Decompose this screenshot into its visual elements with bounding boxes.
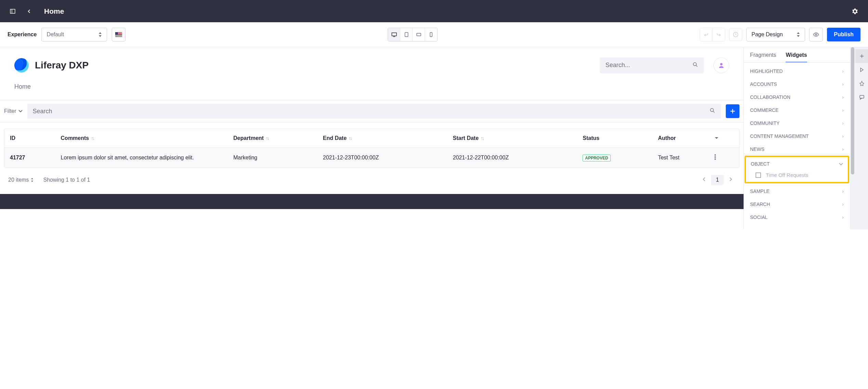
sort-icon: ↑↓ <box>481 135 483 141</box>
desktop-device-button[interactable] <box>388 28 400 41</box>
chevron-right-icon: › <box>842 215 844 220</box>
select-caret-icon <box>797 32 800 37</box>
svg-rect-6 <box>430 33 432 37</box>
category-news[interactable]: NEWS› <box>744 143 850 156</box>
site-header: Liferay DXP <box>0 47 744 83</box>
svg-point-18 <box>715 158 716 160</box>
back-icon[interactable] <box>26 8 32 14</box>
page-size-select[interactable]: 20 items <box>8 177 34 183</box>
cell-status: APPROVED <box>577 148 652 168</box>
site-search-input[interactable] <box>605 62 689 69</box>
page-title: Home <box>44 7 64 15</box>
header-enddate[interactable]: End Date↑↓ <box>317 129 447 148</box>
select-caret-icon <box>98 32 102 37</box>
search-icon[interactable] <box>692 62 698 69</box>
page-showing-info: Showing 1 to 1 of 1 <box>43 177 90 183</box>
svg-rect-0 <box>10 9 15 13</box>
search-icon[interactable] <box>709 107 716 115</box>
mobile-device-button[interactable] <box>425 28 437 41</box>
comments-panel-button[interactable] <box>855 90 868 104</box>
redo-button[interactable] <box>712 28 725 41</box>
category-highlighted[interactable]: HIGHLIGHTED› <box>744 65 850 78</box>
widget-time-off-requests[interactable]: Time Off Requests <box>746 169 848 179</box>
editor-tool-column <box>855 47 868 229</box>
chevron-right-icon: › <box>842 107 844 113</box>
category-object[interactable]: OBJECT <box>746 158 848 169</box>
add-panel-button[interactable] <box>855 49 868 63</box>
scrollbar[interactable] <box>850 47 855 229</box>
chevron-right-icon: › <box>842 68 844 74</box>
table-filter-bar: Filter <box>0 100 744 122</box>
header-department[interactable]: Department↑↓ <box>228 129 318 148</box>
header-status[interactable]: Status <box>577 129 652 148</box>
panel-toggle-icon[interactable] <box>10 8 16 14</box>
publish-button[interactable]: Publish <box>827 28 860 41</box>
category-commerce[interactable]: COMMERCE› <box>744 104 850 117</box>
site-footer <box>0 194 744 209</box>
history-clock-button[interactable] <box>729 28 742 41</box>
tab-fragments[interactable]: Fragments <box>750 52 776 62</box>
table-search-input[interactable] <box>33 108 709 115</box>
tab-widgets[interactable]: Widgets <box>786 52 807 63</box>
category-search[interactable]: SEARCH› <box>744 198 850 211</box>
experience-label: Experience <box>8 31 37 38</box>
add-entry-button[interactable] <box>726 104 739 118</box>
language-flag-button[interactable] <box>112 28 125 41</box>
breadcrumb-item[interactable]: Home <box>14 83 31 90</box>
category-social[interactable]: SOCIAL› <box>744 211 850 224</box>
cell-startdate: 2021-12-22T00:00:00Z <box>447 148 577 168</box>
tablet-device-button[interactable] <box>400 28 413 41</box>
current-page[interactable]: 1 <box>711 175 724 185</box>
row-kebab-menu[interactable] <box>714 155 716 161</box>
category-object-highlighted: OBJECT Time Off Requests <box>745 156 849 183</box>
svg-rect-4 <box>405 33 408 37</box>
top-header: Home <box>0 0 868 22</box>
category-collaboration[interactable]: COLLABORATION› <box>744 91 850 104</box>
category-community[interactable]: COMMUNITY› <box>744 117 850 130</box>
page-editor-toolbar: Experience Default <box>0 22 868 47</box>
gear-icon[interactable] <box>851 8 858 15</box>
header-author[interactable]: Author <box>653 129 709 148</box>
undo-button[interactable] <box>700 28 712 41</box>
category-content-management[interactable]: CONTENT MANAGEMENT› <box>744 130 850 143</box>
table-row: 41727 Lorem ipsum dolor sit amet, consec… <box>4 148 739 168</box>
preview-button[interactable] <box>809 28 823 41</box>
sort-icon: ↑↓ <box>91 135 94 141</box>
landscape-tablet-button[interactable] <box>413 28 425 41</box>
scrollbar-thumb[interactable] <box>851 47 854 174</box>
design-options-button[interactable] <box>855 77 868 90</box>
svg-point-16 <box>715 154 716 156</box>
header-id[interactable]: ID <box>4 129 55 148</box>
cell-department: Marketing <box>228 148 318 168</box>
browser-panel-button[interactable] <box>855 63 868 77</box>
chevron-right-icon: › <box>842 94 844 100</box>
page-content: Liferay DXP <box>0 47 744 229</box>
caret-down-icon <box>714 135 719 141</box>
liferay-logo-icon <box>14 58 29 73</box>
cell-comments: Lorem ipsum dolor sit amet, consectetur … <box>55 148 228 168</box>
cell-id: 41727 <box>4 148 55 168</box>
svg-rect-2 <box>392 33 397 36</box>
svg-line-13 <box>713 111 715 113</box>
filter-dropdown[interactable]: Filter <box>4 107 23 116</box>
experience-select[interactable]: Default <box>41 28 107 41</box>
cell-enddate: 2021-12-23T00:00:00Z <box>317 148 447 168</box>
next-page-button[interactable] <box>726 174 735 186</box>
chevron-down-icon <box>839 161 843 167</box>
user-avatar[interactable] <box>713 57 729 73</box>
chevron-right-icon: › <box>842 146 844 152</box>
header-actions <box>709 129 739 148</box>
svg-point-8 <box>815 34 817 36</box>
svg-rect-21 <box>860 95 864 98</box>
status-badge: APPROVED <box>583 155 610 161</box>
category-accounts[interactable]: ACCOUNTS› <box>744 78 850 91</box>
prev-page-button[interactable] <box>699 174 708 186</box>
svg-point-9 <box>693 63 696 66</box>
header-comments[interactable]: Comments↑↓ <box>55 129 228 148</box>
panel-tabs: Fragments Widgets <box>744 47 850 63</box>
cell-actions <box>709 148 739 168</box>
header-startdate[interactable]: Start Date↑↓ <box>447 129 577 148</box>
edit-mode-select[interactable]: Page Design <box>746 28 805 41</box>
site-title: Liferay DXP <box>35 60 89 71</box>
category-sample[interactable]: SAMPLE› <box>744 185 850 198</box>
